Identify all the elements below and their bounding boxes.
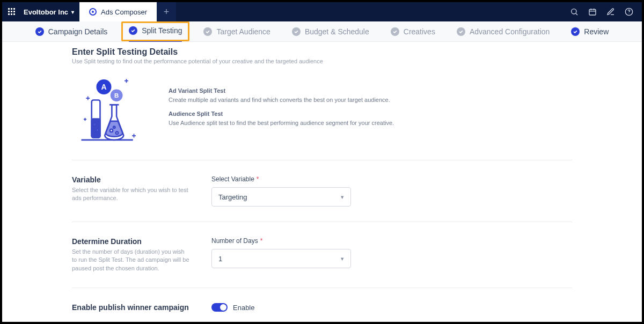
step-review[interactable]: Review — [571, 21, 609, 42]
content: Enter Split Testing Details Use Split te… — [2, 42, 642, 322]
new-tab-button[interactable]: + — [157, 2, 176, 21]
check-circle-icon — [457, 27, 465, 36]
page-subtitle: Use Split testing to find out the perfor… — [72, 58, 572, 64]
compose-icon[interactable] — [606, 8, 615, 16]
svg-rect-10 — [92, 119, 100, 138]
svg-point-13 — [110, 129, 113, 132]
section-duration-title: Determine Duration — [72, 237, 190, 246]
check-circle-icon — [571, 27, 580, 36]
calendar-icon[interactable] — [588, 8, 597, 16]
step-target-audience[interactable]: Target Audience — [203, 21, 270, 42]
wizard-steps: Campaign Details Split Testing Target Au… — [2, 21, 642, 42]
required-indicator: * — [260, 237, 263, 245]
step-label: Advanced Configuration — [470, 27, 550, 36]
org-name: Evoltobor Inc — [24, 8, 68, 16]
step-label: Creatives — [404, 27, 435, 36]
check-circle-icon — [129, 26, 137, 35]
intro-audience-desc: Use Audience split test to find the best… — [169, 120, 394, 126]
check-circle-icon — [203, 27, 212, 36]
section-publish-title: Enable publish winner campaign — [72, 303, 190, 312]
step-label: Review — [584, 27, 609, 36]
help-icon[interactable] — [625, 8, 633, 16]
target-icon — [89, 8, 97, 16]
step-label: Target Audience — [216, 27, 270, 36]
check-circle-icon — [292, 27, 301, 36]
topbar: Evoltobor Inc ▾ Ads Composer + — [2, 2, 642, 21]
publish-winner-toggle[interactable] — [211, 303, 228, 312]
section-variable-title: Variable — [72, 175, 190, 184]
search-icon[interactable] — [570, 8, 579, 16]
step-campaign-details[interactable]: Campaign Details — [35, 21, 108, 42]
variable-field-label: Select Variable — [211, 175, 254, 183]
org-switcher[interactable]: Evoltobor Inc ▾ — [21, 8, 79, 16]
variable-select-value: Targeting — [218, 193, 247, 201]
required-indicator: * — [257, 175, 259, 183]
step-advanced-configuration[interactable]: Advanced Configuration — [457, 21, 550, 42]
duration-select[interactable]: 1 ▾ — [211, 249, 351, 268]
step-creatives[interactable]: Creatives — [391, 21, 435, 42]
variable-select[interactable]: Targeting ▾ — [211, 187, 351, 207]
chevron-down-icon: ▾ — [341, 255, 344, 262]
intro-variant-title: Ad Variant Split Test — [169, 86, 394, 95]
check-circle-icon — [391, 27, 399, 36]
duration-select-value: 1 — [218, 255, 222, 263]
svg-point-12 — [97, 129, 99, 131]
duration-field-label: Number of Days — [211, 237, 258, 245]
step-label: Budget & Schedule — [305, 27, 369, 36]
section-variable-help: Select the variable for which you wish t… — [72, 186, 190, 203]
check-circle-icon — [35, 27, 44, 36]
split-test-illustration: A B — [72, 72, 147, 147]
intro-audience-title: Audience Split Test — [169, 109, 394, 119]
svg-line-1 — [576, 13, 577, 15]
step-label: Split Testing — [142, 26, 182, 35]
intro-variant-desc: Create multiple ad variants and find whi… — [169, 97, 390, 103]
section-duration-help: Set the number of days (duration) you wi… — [72, 248, 190, 273]
tab-label: Ads Composer — [101, 8, 147, 16]
svg-point-0 — [572, 9, 576, 14]
step-split-testing[interactable]: Split Testing — [129, 21, 182, 42]
chevron-down-icon: ▾ — [71, 9, 74, 15]
svg-rect-2 — [589, 9, 596, 15]
publish-winner-toggle-label: Enable — [233, 304, 254, 312]
apps-launcher-icon[interactable] — [2, 8, 21, 16]
svg-text:A: A — [101, 83, 106, 91]
svg-point-14 — [116, 132, 118, 134]
step-label: Campaign Details — [48, 27, 108, 36]
tab-ads-composer[interactable]: Ads Composer — [79, 2, 157, 21]
svg-point-15 — [113, 127, 115, 129]
svg-text:B: B — [114, 92, 119, 99]
step-budget-schedule[interactable]: Budget & Schedule — [292, 21, 369, 42]
chevron-down-icon: ▾ — [341, 194, 344, 201]
svg-point-11 — [93, 123, 96, 126]
page-title: Enter Split Testing Details — [72, 47, 572, 57]
